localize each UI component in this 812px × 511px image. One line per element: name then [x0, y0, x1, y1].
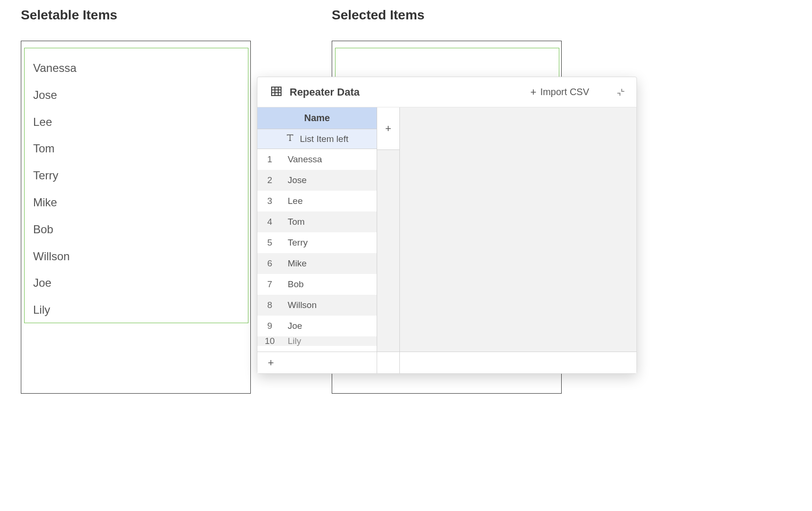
- row-value: Mike: [282, 258, 377, 269]
- list-item[interactable]: Vanessa: [25, 55, 248, 82]
- list-item[interactable]: Lily: [25, 297, 248, 324]
- selected-items-heading: Selected Items: [332, 8, 424, 23]
- add-column-button[interactable]: +: [377, 107, 399, 150]
- table-row[interactable]: 9 Joe: [257, 316, 377, 336]
- table-row[interactable]: 10 Lily: [257, 336, 377, 346]
- row-index: 6: [257, 258, 282, 269]
- list-item[interactable]: Bob: [25, 216, 248, 243]
- footer-gap: [377, 352, 400, 373]
- row-value: Jose: [282, 175, 377, 185]
- table-row[interactable]: 4 Tom: [257, 211, 377, 232]
- table-row[interactable]: 8 Willson: [257, 295, 377, 316]
- row-index: 2: [257, 175, 282, 185]
- row-index: 10: [257, 336, 282, 346]
- row-index: 1: [257, 154, 282, 165]
- selectable-items-heading: Seletable Items: [21, 8, 117, 23]
- column-header-type[interactable]: List Item left: [257, 129, 377, 149]
- add-column-area: +: [377, 107, 400, 352]
- text-type-icon: [286, 133, 294, 144]
- repeater-title: Repeater Data: [290, 86, 360, 98]
- column-header-name[interactable]: Name: [257, 107, 377, 129]
- list-item[interactable]: Terry: [25, 162, 248, 189]
- row-index: 9: [257, 321, 282, 331]
- column-type-label: List Item left: [300, 134, 348, 144]
- list-item[interactable]: Mike: [25, 189, 248, 216]
- import-csv-label: Import CSV: [540, 87, 589, 97]
- row-value: Lily: [282, 336, 377, 346]
- list-item[interactable]: Tom: [25, 135, 248, 162]
- row-value: Willson: [282, 300, 377, 310]
- repeater-footer: +: [257, 352, 636, 373]
- import-csv-button[interactable]: + Import CSV: [530, 86, 589, 98]
- table-row[interactable]: 7 Bob: [257, 274, 377, 295]
- table-row[interactable]: 2 Jose: [257, 170, 377, 191]
- data-column: Name List Item left 1 Vanessa: [257, 107, 377, 352]
- repeater-header: Repeater Data + Import CSV: [257, 77, 636, 107]
- row-index: 7: [257, 279, 282, 290]
- add-row-button[interactable]: +: [257, 352, 377, 373]
- list-item[interactable]: Lee: [25, 109, 248, 136]
- svg-rect-0: [272, 87, 281, 96]
- data-rows: 1 Vanessa 2 Jose 3 Lee 4 Tom 5 Terry: [257, 149, 377, 352]
- empty-area: [400, 107, 636, 352]
- row-index: 4: [257, 217, 282, 227]
- empty-area: [377, 150, 399, 352]
- row-index: 3: [257, 196, 282, 206]
- footer-fill: [400, 352, 636, 373]
- row-value: Tom: [282, 217, 377, 227]
- table-row[interactable]: 6 Mike: [257, 253, 377, 274]
- table-row[interactable]: 3 Lee: [257, 191, 377, 211]
- row-value: Lee: [282, 196, 377, 206]
- repeater-data-panel: Repeater Data + Import CSV Name: [257, 77, 637, 374]
- table-row[interactable]: 5 Terry: [257, 232, 377, 253]
- row-value: Bob: [282, 279, 377, 290]
- table-row[interactable]: 1 Vanessa: [257, 149, 377, 170]
- row-index: 5: [257, 238, 282, 248]
- table-icon: [271, 86, 282, 99]
- repeater-body: Name List Item left 1 Vanessa: [257, 107, 636, 352]
- list-item[interactable]: Joe: [25, 270, 248, 297]
- row-value: Terry: [282, 238, 377, 248]
- list-item[interactable]: Jose: [25, 82, 248, 109]
- row-value: Vanessa: [282, 154, 377, 165]
- row-index: 8: [257, 300, 282, 310]
- list-item[interactable]: Willson: [25, 243, 248, 270]
- plus-icon: +: [530, 86, 537, 98]
- collapse-icon[interactable]: [616, 87, 626, 97]
- selectable-items-listbox[interactable]: Vanessa Jose Lee Tom Terry Mike Bob Will…: [24, 48, 248, 323]
- row-value: Joe: [282, 321, 377, 331]
- selectable-items-panel: Vanessa Jose Lee Tom Terry Mike Bob Will…: [21, 41, 251, 394]
